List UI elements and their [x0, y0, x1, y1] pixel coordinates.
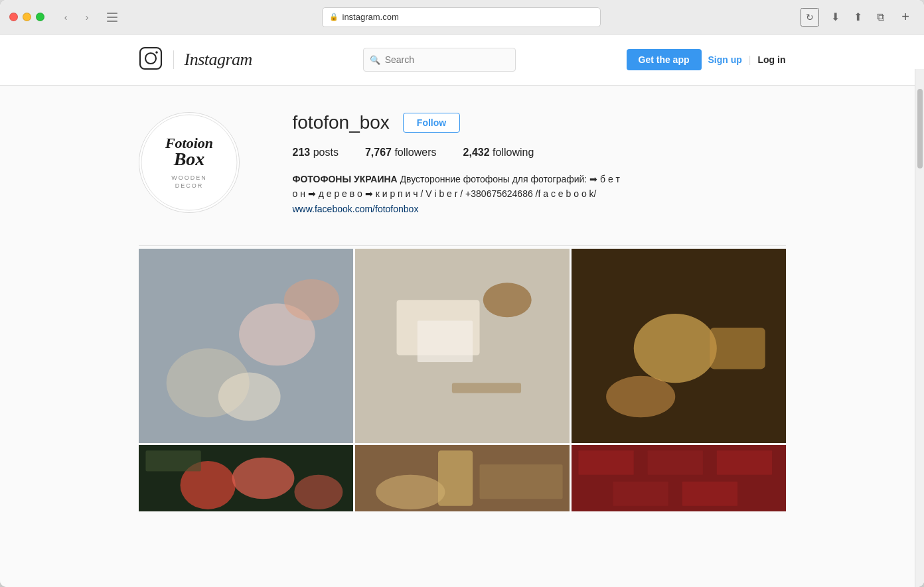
grid-row-1	[139, 249, 786, 443]
login-link[interactable]: Log in	[757, 54, 785, 65]
page-content: Instagram 🔍 Get the app Sign up | Log in	[0, 34, 924, 587]
photo-grid	[139, 246, 786, 511]
bio: ФОТОФОНЫ УКРАИНА Двусторонние фотофоны д…	[293, 172, 625, 216]
svg-point-6	[155, 51, 158, 54]
close-button[interactable]	[9, 13, 18, 21]
following-label: following	[493, 147, 534, 158]
follow-button[interactable]: Follow	[403, 113, 460, 133]
search-icon: 🔍	[370, 55, 380, 65]
forward-button[interactable]: ›	[78, 8, 96, 27]
browser-actions: ⬇ ⬆ ⧉	[826, 8, 889, 27]
svg-point-5	[145, 53, 156, 64]
grid-item-5[interactable]	[355, 445, 570, 511]
grid-item-1[interactable]	[139, 249, 353, 443]
svg-rect-35	[145, 450, 200, 471]
svg-rect-38	[438, 450, 473, 505]
svg-rect-46	[613, 482, 668, 505]
svg-point-16	[218, 373, 280, 421]
back-button[interactable]: ‹	[56, 8, 75, 27]
svg-text:DECOR: DECOR	[175, 182, 203, 189]
signup-link[interactable]: Sign up	[708, 54, 742, 65]
profile-header: Fotoion Box WOODEN DECOR fotofon_box Fol…	[139, 112, 786, 216]
svg-rect-21	[417, 321, 472, 363]
svg-rect-2	[107, 21, 117, 22]
following-stat: 2,432 following	[463, 147, 534, 159]
scrollbar[interactable]	[915, 69, 924, 587]
svg-rect-3	[139, 46, 163, 70]
header-actions: Get the app Sign up | Log in	[627, 49, 786, 70]
logo-divider	[173, 50, 174, 69]
svg-rect-1	[107, 17, 117, 18]
grid-row-2	[139, 445, 786, 511]
fullscreen-button[interactable]	[36, 13, 44, 21]
scrollbar-thumb[interactable]	[917, 89, 923, 168]
grid-item-4[interactable]	[139, 445, 353, 511]
download-icon[interactable]: ⬇	[826, 8, 844, 27]
bio-link[interactable]: www.facebook.com/fotofonbox	[293, 204, 419, 214]
reload-button[interactable]: ↻	[801, 8, 819, 27]
posts-count: 213	[293, 147, 311, 158]
browser-titlebar: ‹ › 🔒 instagram.com ↻ ⬇ ⬆ ⧉ +	[0, 0, 924, 34]
browser-nav: ‹ ›	[56, 8, 96, 27]
share-icon[interactable]: ⬆	[848, 8, 867, 27]
svg-text:Box: Box	[173, 149, 204, 169]
username: fotofon_box	[293, 112, 390, 133]
followers-label: followers	[394, 147, 436, 158]
avatar: Fotoion Box WOODEN DECOR	[139, 112, 240, 213]
svg-point-18	[283, 279, 339, 321]
get-app-button[interactable]: Get the app	[627, 49, 702, 70]
minimize-button[interactable]	[23, 13, 31, 21]
avatar-inner: Fotoion Box WOODEN DECOR	[140, 113, 238, 212]
svg-point-28	[633, 314, 716, 383]
svg-point-34	[232, 458, 294, 499]
followers-count: 7,767	[365, 147, 392, 158]
add-tab-button[interactable]: +	[896, 8, 915, 27]
bio-bold-text: ФОТОФОНЫ УКРАИНА	[293, 174, 398, 184]
stats-row: 213 posts 7,767 followers 2,432 followin…	[293, 147, 786, 159]
instagram-wordmark: Instagram	[185, 50, 252, 70]
search-wrap: 🔍	[363, 48, 516, 72]
svg-rect-43	[578, 450, 633, 474]
lock-icon: 🔒	[329, 13, 339, 21]
svg-text:WOODEN: WOODEN	[171, 174, 207, 181]
search-input[interactable]	[363, 48, 516, 72]
svg-point-36	[294, 475, 343, 509]
browser-window: ‹ › 🔒 instagram.com ↻ ⬇ ⬆ ⧉ +	[0, 0, 924, 587]
ig-header: Instagram 🔍 Get the app Sign up | Log in	[0, 34, 924, 86]
svg-rect-47	[682, 482, 737, 505]
svg-point-39	[376, 475, 445, 509]
svg-rect-29	[710, 328, 765, 369]
svg-rect-4	[140, 48, 161, 69]
ig-header-inner: Instagram 🔍 Get the app Sign up | Log in	[139, 46, 786, 73]
ig-logo-area: Instagram	[139, 46, 252, 73]
following-count: 2,432	[463, 147, 490, 158]
posts-label: posts	[313, 147, 339, 158]
sidebar-toggle[interactable]	[103, 8, 121, 27]
page-wrapper: Instagram 🔍 Get the app Sign up | Log in	[0, 34, 924, 587]
header-divider: |	[749, 54, 751, 65]
grid-item-2[interactable]	[355, 249, 570, 443]
svg-rect-45	[716, 450, 771, 474]
tab-view-icon[interactable]: ⧉	[871, 8, 889, 27]
grid-item-6[interactable]	[572, 445, 786, 511]
svg-rect-0	[107, 13, 117, 14]
svg-point-30	[606, 376, 675, 418]
url-text: instagram.com	[343, 12, 399, 22]
instagram-logo-icon	[139, 46, 163, 73]
grid-item-3[interactable]	[572, 249, 786, 443]
address-bar-wrap: 🔒 instagram.com	[128, 7, 794, 27]
traffic-lights	[9, 13, 44, 21]
username-row: fotofon_box Follow	[293, 112, 786, 133]
svg-point-22	[483, 283, 531, 317]
posts-stat: 213 posts	[293, 147, 339, 159]
address-bar[interactable]: 🔒 instagram.com	[322, 7, 601, 27]
profile-info: fotofon_box Follow 213 posts 7,767 follo…	[293, 112, 786, 216]
ig-profile: Fotoion Box WOODEN DECOR fotofon_box Fol…	[139, 86, 786, 527]
followers-stat: 7,767 followers	[365, 147, 437, 159]
svg-rect-44	[647, 450, 702, 474]
svg-rect-24	[451, 383, 520, 393]
svg-rect-40	[479, 464, 562, 499]
